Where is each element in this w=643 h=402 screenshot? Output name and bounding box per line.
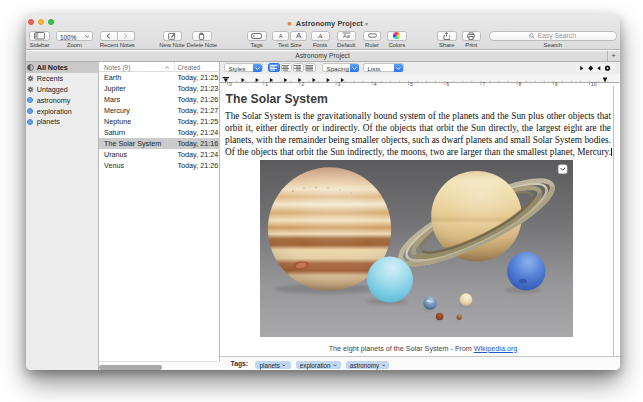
svg-text:Aa: Aa bbox=[343, 33, 351, 39]
